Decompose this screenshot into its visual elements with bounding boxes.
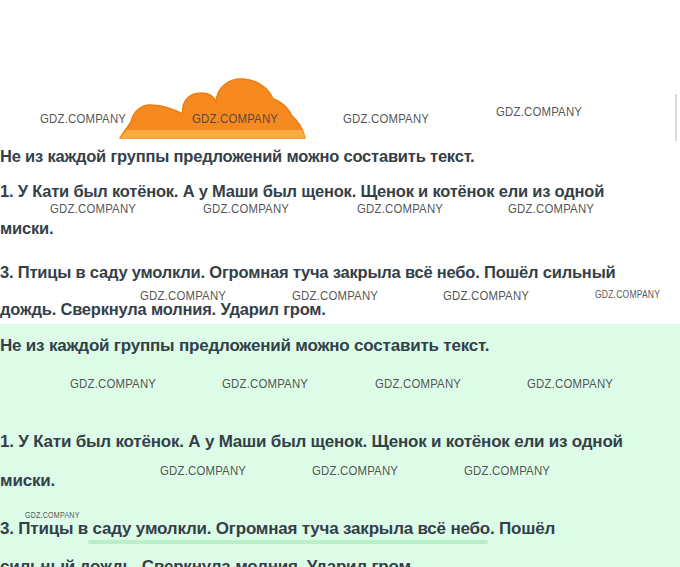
answer-task1-line2: миски. xyxy=(0,471,55,491)
watermark: GDZ.COMPANY xyxy=(357,201,443,217)
answer-task3-line2: сильный дождь. Сверкнула молния. Ударил … xyxy=(0,557,415,567)
watermark: GDZ.COMPANY xyxy=(203,201,289,217)
watermark: GDZ.COMPANY xyxy=(443,288,529,304)
exercise-task1-line2: миски. xyxy=(0,219,53,238)
exercise-task3-line2: дождь. Сверкнула молния. Ударил гром. xyxy=(0,300,326,319)
watermark: GDZ.COMPANY xyxy=(40,111,126,127)
watermark: GDZ.COMPANY xyxy=(312,463,398,479)
exercise-task3-line1: 3. Птицы в саду умолкли. Огромная туча з… xyxy=(0,263,615,282)
right-edge-line xyxy=(675,94,677,141)
watermark: GDZ.COMPANY xyxy=(527,376,613,392)
watermark: GDZ.COMPANY xyxy=(343,111,429,127)
watermark: GDZ.COMPANY xyxy=(70,376,156,392)
cloud-base-strip xyxy=(120,130,305,138)
answer-task3-line1: 3. Птицы в саду умолкли. Огромная туча з… xyxy=(0,519,555,539)
watermark: GDZ.COMPANY xyxy=(192,111,278,127)
answer-heading: Не из каждой группы предложений можно со… xyxy=(0,336,489,356)
watermark: GDZ.COMPANY xyxy=(595,289,660,300)
exercise-task1-line1: 1. У Кати был котёнок. А у Маши был щено… xyxy=(0,182,604,201)
cloud-body xyxy=(120,79,305,138)
watermark: GDZ.COMPANY xyxy=(375,376,461,392)
watermark: GDZ.COMPANY xyxy=(222,376,308,392)
watermark: GDZ.COMPANY xyxy=(508,201,594,217)
watermark: GDZ.COMPANY xyxy=(50,201,136,217)
answer-task1-line1: 1. У Кати был котёнок. А у Маши был щено… xyxy=(0,432,623,452)
highlight-band xyxy=(88,540,488,544)
watermark: GDZ.COMPANY xyxy=(160,463,246,479)
watermark: GDZ.COMPANY xyxy=(496,104,582,120)
watermark: GDZ.COMPANY xyxy=(464,463,550,479)
exercise-heading: Не из каждой группы предложений можно со… xyxy=(0,147,474,166)
page-container: GDZ.COMPANY GDZ.COMPANY GDZ.COMPANY GDZ.… xyxy=(0,0,680,567)
orange-cloud-illustration xyxy=(117,76,313,140)
